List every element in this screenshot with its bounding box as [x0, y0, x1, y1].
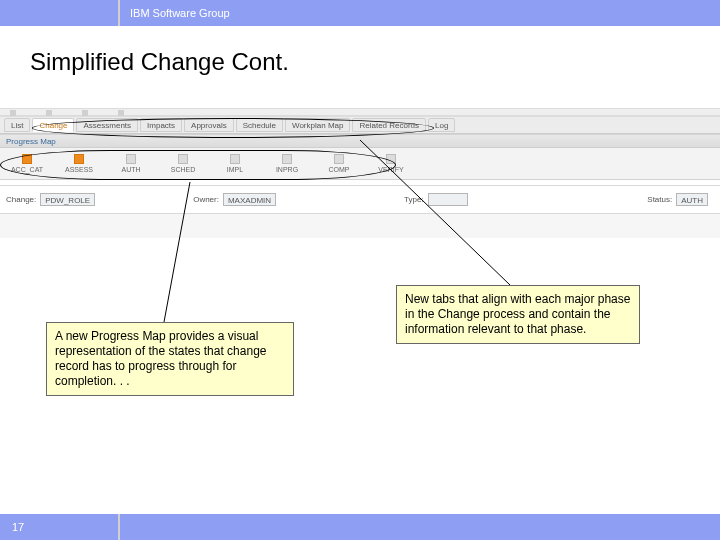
progress-map-header: Progress Map — [0, 134, 720, 148]
app-toolbar — [0, 108, 720, 116]
owner-label: Owner: — [193, 195, 219, 204]
bottom-footer-bar: 17 — [0, 514, 720, 540]
progress-step-label: VERIFY — [378, 166, 403, 173]
progress-step-acc_cat[interactable]: ACC_CAT — [8, 154, 46, 173]
slide-title: Simplified Change Cont. — [30, 48, 289, 76]
tab-change[interactable]: Change — [32, 118, 74, 132]
page-number: 17 — [0, 514, 120, 540]
progress-step-auth[interactable]: AUTH — [112, 154, 150, 173]
progress-step-box — [22, 154, 32, 164]
change-field[interactable]: PDW_ROLE — [40, 193, 95, 206]
progress-map-row: ACC_CATASSESSAUTHSCHEDIMPLINPRGCOMPVERIF… — [0, 148, 720, 180]
progress-step-box — [74, 154, 84, 164]
owner-field[interactable]: MAXADMIN — [223, 193, 276, 206]
record-fields-row: Change: PDW_ROLE Owner: MAXADMIN Type: S… — [0, 186, 720, 214]
type-field[interactable] — [428, 193, 468, 206]
app-screenshot: ListChangeAssessmentsImpactsApprovalsSch… — [0, 108, 720, 238]
progress-step-box — [178, 154, 188, 164]
progress-step-label: INPRG — [276, 166, 298, 173]
progress-step-box — [126, 154, 136, 164]
tab-impacts[interactable]: Impacts — [140, 118, 182, 132]
progress-step-assess[interactable]: ASSESS — [60, 154, 98, 173]
progress-step-inprg[interactable]: INPRG — [268, 154, 306, 173]
progress-step-label: ASSESS — [65, 166, 93, 173]
software-group-label: IBM Software Group — [120, 7, 230, 19]
progress-step-label: AUTH — [121, 166, 140, 173]
progress-step-box — [282, 154, 292, 164]
progress-step-label: SCHED — [171, 166, 196, 173]
tab-related-records[interactable]: Related Records — [352, 118, 426, 132]
top-header-left-block — [0, 0, 120, 26]
tab-list[interactable]: List — [4, 118, 30, 132]
progress-step-label: COMP — [329, 166, 350, 173]
tab-approvals[interactable]: Approvals — [184, 118, 234, 132]
status-field[interactable]: AUTH — [676, 193, 708, 206]
tabs-row: ListChangeAssessmentsImpactsApprovalsSch… — [0, 116, 720, 134]
status-label: Status: — [647, 195, 672, 204]
tab-assessments[interactable]: Assessments — [76, 118, 138, 132]
progress-step-verify[interactable]: VERIFY — [372, 154, 410, 173]
tab-workplan-map[interactable]: Workplan Map — [285, 118, 350, 132]
tab-log[interactable]: Log — [428, 118, 455, 132]
tab-schedule[interactable]: Schedule — [236, 118, 283, 132]
progress-step-label: IMPL — [227, 166, 243, 173]
callout-connectors — [0, 0, 720, 540]
progress-step-box — [386, 154, 396, 164]
top-header-bar: IBM Software Group — [0, 0, 720, 26]
progress-step-box — [334, 154, 344, 164]
change-label: Change: — [6, 195, 36, 204]
progress-step-sched[interactable]: SCHED — [164, 154, 202, 173]
type-label: Type: — [404, 195, 424, 204]
callout-new-tabs: New tabs that align with each major phas… — [396, 285, 640, 344]
progress-step-impl[interactable]: IMPL — [216, 154, 254, 173]
callout-progress-map: A new Progress Map provides a visual rep… — [46, 322, 294, 396]
progress-step-box — [230, 154, 240, 164]
progress-step-comp[interactable]: COMP — [320, 154, 358, 173]
progress-step-label: ACC_CAT — [11, 166, 43, 173]
